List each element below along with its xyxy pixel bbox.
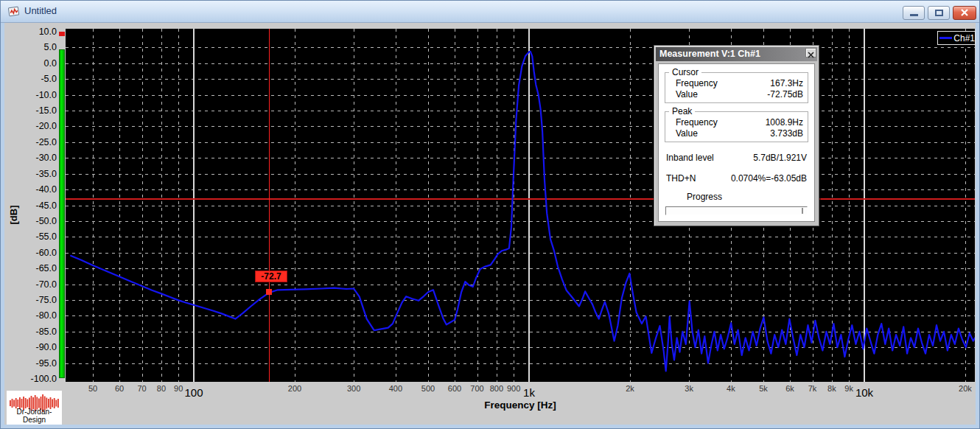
x-tick-label: 100 [172, 387, 216, 399]
y-tick-label: -50.0 [14, 216, 57, 226]
maximize-button[interactable] [928, 6, 950, 20]
cursor-frequency-value: 167.3Hz [770, 78, 803, 89]
x-tick-label: 2k [608, 384, 652, 393]
legend-line-swatch [939, 37, 952, 39]
progress-bar-tick [802, 208, 803, 214]
level-meter-bar [59, 49, 65, 378]
y-tick-label: 0.0 [14, 58, 57, 69]
inband-level-value: 5.7dB/1.921V [753, 153, 807, 163]
y-tick-label: -40.0 [14, 184, 57, 195]
app-window: Untitled -72.7 [dB] Frequency [Hz] Ch#1 … [0, 0, 980, 429]
peak-group: Peak Frequency 1008.9Hz Value 3.733dB [665, 111, 808, 142]
inband-level-label: Inband level [666, 153, 714, 163]
x-tick-label: 1k [507, 387, 551, 399]
legend-label: Ch#1 [953, 33, 975, 43]
window-title: Untitled [24, 5, 57, 16]
cursor-value-readout[interactable]: -72.7 [255, 271, 287, 282]
y-tick-label: -35.0 [14, 169, 57, 179]
peak-value-label: Value [670, 128, 698, 139]
y-tick-label: -30.0 [14, 153, 57, 163]
cursor-group-legend: Cursor [669, 67, 701, 77]
peak-value-row: Value 3.733dB [670, 128, 803, 139]
peak-value-value: 3.733dB [770, 128, 803, 139]
peak-frequency-label: Frequency [670, 117, 718, 128]
inband-level-row: Inband level 5.7dB/1.921V [666, 153, 807, 163]
x-tick-label: 10k [842, 387, 886, 399]
y-tick-label: -25.0 [14, 137, 57, 147]
close-icon [953, 7, 976, 19]
progress-bar [665, 206, 808, 215]
measurement-panel-titlebar[interactable]: Measurement V:1 Ch#1 [656, 47, 817, 61]
minimize-icon [910, 14, 918, 16]
logo-text: Dr-Jordan-Design [7, 408, 62, 424]
x-axis-title: Frequency [Hz] [66, 400, 975, 411]
measurement-panel-close-button[interactable] [805, 48, 816, 57]
spectrum-trace-ch1 [71, 52, 975, 372]
cursor-frequency-row: Frequency 167.3Hz [670, 78, 803, 89]
y-tick-label: 10.0 [14, 27, 57, 37]
cursor-value-value: -72.75dB [767, 89, 803, 100]
cursor-frequency-label: Frequency [670, 78, 718, 89]
panel-close-icon [806, 51, 816, 59]
cursor-line[interactable] [269, 29, 270, 382]
thdn-value: 0.0704%=-63.05dB [731, 173, 807, 184]
brand-logo: Dr-Jordan-Design [7, 391, 62, 425]
y-tick-label: -90.0 [14, 342, 57, 352]
y-tick-label: -100.0 [14, 374, 57, 384]
y-tick-label: -20.0 [14, 121, 57, 131]
measurement-panel-body: Cursor Frequency 167.3Hz Value -72.75dB … [658, 63, 815, 222]
thdn-label: THD+N [666, 173, 696, 184]
y-tick-label: -15.0 [14, 105, 57, 116]
y-tick-label: -75.0 [14, 295, 57, 305]
x-tick-label: 20k [943, 384, 980, 393]
cursor-marker[interactable] [266, 289, 272, 295]
y-tick-label: -65.0 [14, 263, 57, 273]
measurement-panel[interactable]: Measurement V:1 Ch#1 Cursor Frequency 16… [654, 45, 819, 226]
close-button[interactable] [953, 6, 976, 20]
window-titlebar[interactable]: Untitled [1, 1, 980, 23]
legend-ch1: Ch#1 [937, 31, 976, 45]
y-tick-label: -10.0 [14, 90, 57, 100]
y-tick-label: -5.0 [14, 74, 57, 84]
x-tick-label: 300 [332, 384, 376, 393]
y-tick-label: -45.0 [14, 200, 57, 211]
cursor-group: Cursor Frequency 167.3Hz Value -72.75dB [665, 72, 808, 103]
cursor-value-row: Value -72.75dB [670, 89, 803, 100]
app-icon [7, 5, 20, 18]
thdn-row: THD+N 0.0704%=-63.05dB [666, 173, 807, 184]
peak-frequency-value: 1008.9Hz [766, 117, 803, 128]
x-tick-label: 3k [667, 384, 711, 393]
peak-group-legend: Peak [669, 106, 695, 116]
y-tick-label: -85.0 [14, 327, 57, 337]
y-tick-label: -95.0 [14, 358, 57, 369]
cursor-value-label: Value [670, 89, 698, 100]
progress-label: Progress [687, 192, 722, 202]
minimize-button[interactable] [903, 6, 925, 20]
y-tick-label: -60.0 [14, 248, 57, 258]
y-tick-label: -55.0 [14, 231, 57, 242]
maximize-icon [935, 10, 943, 16]
x-tick-label: 200 [273, 384, 317, 393]
peak-frequency-row: Frequency 1008.9Hz [670, 117, 803, 128]
trace-layer [66, 29, 975, 382]
clip-indicator [59, 32, 65, 36]
y-tick-label: -80.0 [14, 310, 57, 321]
y-tick-label: 5.0 [14, 42, 57, 52]
y-tick-label: -70.0 [14, 279, 57, 290]
